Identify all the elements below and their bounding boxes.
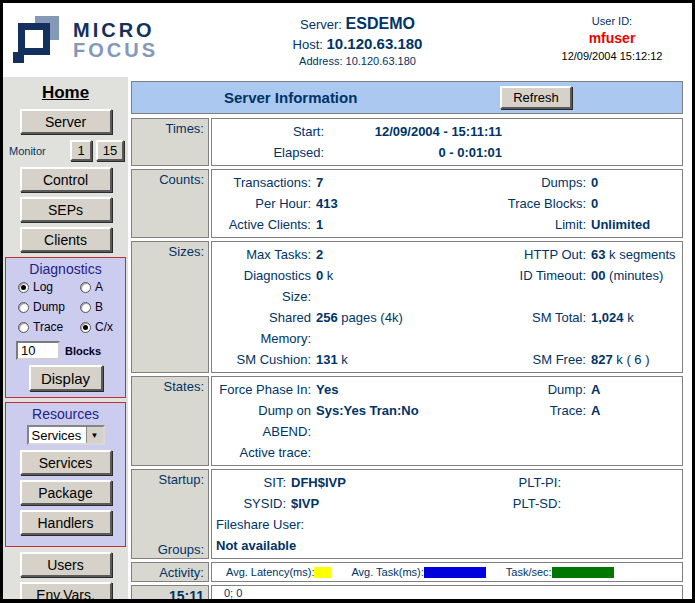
radio-log[interactable]: Log [18, 280, 80, 294]
home-link[interactable]: Home [3, 83, 128, 103]
max-tasks-value: 2 [311, 244, 456, 265]
sysid-value: $IVP [286, 493, 451, 514]
startup-box: SIT: DFH$IVP PLT-PI: SYSID: $IVP PLT-SD:… [211, 469, 683, 559]
blocks-row: Blocks [16, 341, 121, 360]
diagnostics-title: Diagnostics [10, 261, 121, 277]
activity-sample-box: 0; 0 0 [211, 585, 683, 599]
server-label: Server: [300, 17, 342, 32]
task-sec-swatch [552, 567, 614, 578]
sysid-label: SYSID: [216, 493, 286, 514]
times-row: Times: Start: 12/09/2004 - 15:11:11 Elap… [131, 118, 683, 166]
services-button[interactable]: Services [20, 450, 112, 475]
top-title-bar: Server Information Refresh [131, 81, 683, 114]
dumps-label: Dumps: [456, 172, 586, 193]
address-value: 10.120.63.180 [346, 55, 416, 67]
legend-task-ms: Avg. Task(ms): [351, 566, 489, 578]
radio-a[interactable]: A [80, 280, 121, 294]
sidebar: Home Server Monitor 1 15 Control SEPs Cl… [3, 77, 128, 599]
active-trace-label: Active trace: [216, 442, 311, 463]
server-button[interactable]: Server [20, 109, 112, 134]
radio-b[interactable]: B [80, 300, 121, 314]
monitor-1-button[interactable]: 1 [70, 140, 92, 161]
users-button[interactable]: Users [20, 552, 112, 577]
sm-total-value: 1,024 k [586, 307, 678, 349]
transactions-value: 7 [311, 172, 456, 193]
blocks-input[interactable] [16, 341, 60, 360]
package-button[interactable]: Package [20, 480, 112, 505]
address-line: Address: 10.120.63.180 [183, 55, 532, 67]
dump-on-abend-label: Dump on ABEND: [216, 400, 311, 442]
user-info-header: User ID: mfuser 12/09/2004 15:12:12 [532, 3, 692, 77]
latency-legend-label: Avg. Latency(ms): [226, 566, 314, 578]
activity-sample-line-1: 0; 0 [224, 587, 678, 599]
activity-section-label: Activity: [131, 562, 209, 582]
resources-title: Resources [10, 406, 121, 422]
host-label: Host: [293, 37, 323, 52]
radio-dump[interactable]: Dump [18, 300, 80, 314]
start-time-line: Start: 12/09/2004 - 15:11:11 [216, 121, 678, 142]
sm-cushion-number: 131 [316, 352, 338, 367]
display-button[interactable]: Display [29, 365, 103, 391]
login-timestamp: 12/09/2004 15:12:12 [532, 50, 692, 62]
radio-dump-icon[interactable] [18, 302, 29, 313]
control-button[interactable]: Control [20, 167, 112, 192]
states-row: States: Force Phase In: Yes Dump: A Dump… [131, 376, 683, 466]
radio-trace-label: Trace [33, 320, 63, 334]
radio-a-label: A [95, 280, 103, 294]
states-label-text: States: [132, 379, 204, 394]
dump-state-value: A [586, 379, 678, 400]
sizes-label-text: Sizes: [132, 244, 204, 259]
sizes-row: Sizes: Max Tasks: 2 HTTP Out: 63 k segme… [131, 241, 683, 373]
clients-button[interactable]: Clients [20, 227, 112, 252]
http-out-label: HTTP Out: [456, 244, 586, 265]
diagnostics-radio-group: Log A Dump B Trace C/x [10, 280, 121, 334]
monitor-15-button[interactable]: 15 [96, 140, 124, 161]
max-tasks-number: 2 [316, 247, 323, 262]
seps-button[interactable]: SEPs [20, 197, 112, 222]
groups-value: Not available [216, 535, 678, 556]
shared-memory-value: 256 pages (4k) [311, 307, 456, 349]
sizes-line-1: Max Tasks: 2 HTTP Out: 63 k segments [216, 244, 678, 265]
force-phase-in-value: Yes [311, 379, 456, 400]
radio-a-icon[interactable] [80, 282, 91, 293]
sizes-box: Max Tasks: 2 HTTP Out: 63 k segments Dia… [211, 241, 683, 373]
fileshare-user-label: Fileshare User: [216, 514, 286, 535]
startup-empty-value [561, 514, 678, 535]
latency-swatch [314, 567, 331, 578]
id-timeout-suffix: (minutes) [605, 268, 663, 283]
per-hour-value: 413 [311, 193, 456, 214]
sit-label: SIT: [216, 472, 286, 493]
http-out-value: 63 k segments [586, 244, 678, 265]
handlers-button[interactable]: Handlers [20, 510, 112, 535]
transactions-label: Transactions: [216, 172, 311, 193]
server-value: ESDEMO [346, 15, 415, 32]
top-refresh-button[interactable]: Refresh [500, 86, 572, 109]
id-timeout-label: ID Timeout: [456, 265, 586, 307]
startup-line-1: SIT: DFH$IVP PLT-PI: [216, 472, 678, 493]
sm-total-suffix: k [624, 310, 634, 325]
states-section-label: States: [131, 376, 209, 466]
monitor-row: Monitor 1 15 [3, 139, 128, 162]
legend-task-sec: Task/sec: [506, 566, 618, 578]
shared-memory-suffix: pages (4k) [338, 310, 403, 325]
main-content: Server Information Refresh Times: Start:… [128, 77, 692, 599]
radio-log-icon[interactable] [18, 282, 29, 293]
radio-b-icon[interactable] [80, 302, 91, 313]
radio-log-label: Log [33, 280, 53, 294]
radio-cx[interactable]: C/x [80, 320, 121, 334]
sm-total-label: SM Total: [456, 307, 586, 349]
diagnostics-size-suffix: k [323, 268, 333, 283]
chevron-down-icon[interactable]: ▼ [86, 427, 103, 443]
resources-dropdown[interactable]: Services ▼ [27, 425, 105, 445]
env-vars-button[interactable]: Env.Vars. [20, 582, 112, 599]
radio-trace-icon[interactable] [18, 322, 29, 333]
elapsed-label: Elapsed: [216, 142, 324, 163]
force-phase-in-label: Force Phase In: [216, 379, 311, 400]
sizes-line-3: Shared Memory: 256 pages (4k) SM Total: … [216, 307, 678, 349]
radio-trace[interactable]: Trace [18, 320, 80, 334]
task-sec-legend-label: Task/sec: [506, 566, 552, 578]
logo-text-micro: MICRO [73, 19, 155, 41]
radio-cx-icon[interactable] [80, 322, 91, 333]
states-box: Force Phase In: Yes Dump: A Dump on ABEN… [211, 376, 683, 466]
counts-section-label: Counts: [131, 169, 209, 238]
